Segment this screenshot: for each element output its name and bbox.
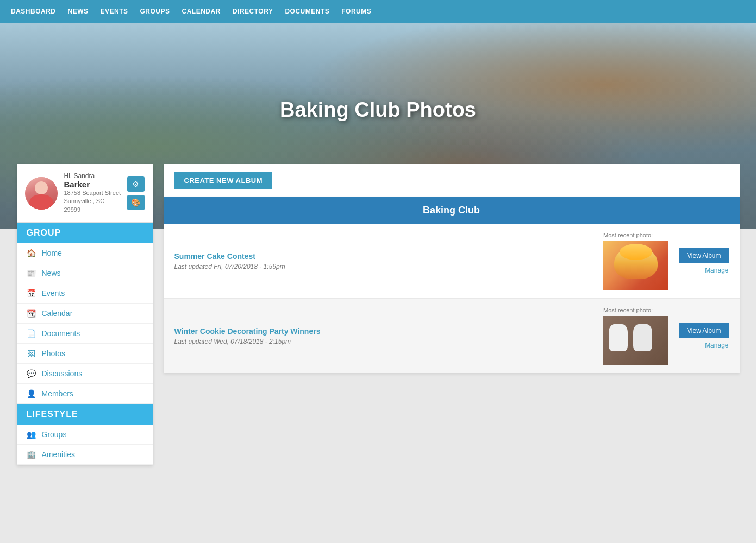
- sidebar-item-discussions[interactable]: 💬 Discussions: [17, 364, 153, 384]
- nav-directory[interactable]: DIRECTORY: [233, 5, 273, 17]
- sidebar-item-label-photos: Photos: [42, 349, 66, 358]
- manage-link-2[interactable]: Manage: [705, 342, 728, 349]
- sidebar-item-home[interactable]: 🏠 Home: [17, 243, 153, 263]
- album-thumbnail-2[interactable]: [603, 316, 668, 365]
- album-info-1: Summer Cake Contest Last updated Fri, 07…: [174, 251, 604, 270]
- palette-icon-btn[interactable]: 🎨: [127, 195, 145, 210]
- album-photo-label-1: Most recent photo:: [603, 232, 653, 238]
- avatar: [25, 177, 58, 210]
- sidebar-item-label-discussions: Discussions: [42, 369, 83, 378]
- content-area: CREATE NEW ALBUM Baking Club Summer Cake…: [164, 164, 740, 465]
- lifestyle-section-header: LIFESTYLE: [17, 404, 153, 425]
- nav-forums[interactable]: FORUMS: [341, 5, 371, 17]
- sidebar-item-label-calendar: Calendar: [42, 309, 73, 318]
- sidebar-item-label-amenities: Amenities: [42, 450, 75, 459]
- sidebar-item-label-news: News: [42, 269, 61, 277]
- discussions-icon: 💬: [27, 369, 36, 378]
- top-navigation: DASHBOARD NEWS EVENTS GROUPS CALENDAR DI…: [0, 0, 756, 23]
- view-album-button-1[interactable]: View Album: [679, 248, 728, 263]
- hero-title: Baking Club Photos: [280, 98, 476, 122]
- sidebar-item-events[interactable]: 📅 Events: [17, 283, 153, 304]
- albums-section-header: Baking Club: [164, 197, 740, 224]
- home-icon: 🏠: [27, 249, 36, 257]
- nav-events[interactable]: EVENTS: [101, 5, 128, 17]
- album-photo-label-2: Most recent photo:: [603, 307, 653, 313]
- nav-dashboard[interactable]: DASHBOARD: [11, 5, 56, 17]
- sidebar-item-label-events: Events: [42, 289, 65, 298]
- sidebar-item-members[interactable]: 👤 Members: [17, 384, 153, 404]
- sidebar-item-photos[interactable]: 🖼 Photos: [17, 344, 153, 364]
- user-info: Hi, Sandra Barker 18758 Seaport Street S…: [64, 172, 123, 214]
- avatar-image: [25, 177, 58, 210]
- user-card: Hi, Sandra Barker 18758 Seaport Street S…: [17, 164, 153, 223]
- nav-documents[interactable]: DOCUMENTS: [285, 5, 329, 17]
- album-updated-1: Last updated Fri, 07/20/2018 - 1:56pm: [174, 263, 604, 270]
- user-greeting: Hi, Sandra: [64, 172, 123, 180]
- documents-icon: 📄: [27, 329, 36, 338]
- create-album-bar: CREATE NEW ALBUM: [164, 164, 740, 197]
- amenities-icon: 🏢: [27, 450, 36, 459]
- settings-icon-btn[interactable]: ⚙: [127, 176, 145, 192]
- album-info-2: Winter Cookie Decorating Party Winners L…: [174, 326, 604, 345]
- user-action-icons: ⚙ 🎨: [127, 176, 145, 210]
- groups-icon: 👥: [27, 430, 36, 439]
- album-actions-1: View Album Manage: [679, 248, 728, 274]
- sidebar-item-groups[interactable]: 👥 Groups: [17, 425, 153, 445]
- album-row: Summer Cake Contest Last updated Fri, 07…: [164, 224, 740, 299]
- album-title-1[interactable]: Summer Cake Contest: [174, 252, 255, 261]
- manage-link-1[interactable]: Manage: [705, 267, 728, 274]
- nav-calendar[interactable]: CALENDAR: [182, 5, 221, 17]
- user-name: Barker: [64, 180, 123, 189]
- events-icon: 📅: [27, 289, 36, 298]
- sidebar-item-label-groups: Groups: [42, 430, 67, 439]
- main-container: Hi, Sandra Barker 18758 Seaport Street S…: [9, 164, 748, 465]
- nav-news[interactable]: NEWS: [68, 5, 89, 17]
- sidebar-item-label-home: Home: [42, 249, 62, 257]
- sidebar-item-calendar[interactable]: 📆 Calendar: [17, 304, 153, 324]
- user-address: 18758 Seaport Street Sunnyville , SC 299…: [64, 189, 123, 214]
- sidebar-item-news[interactable]: 📰 News: [17, 263, 153, 283]
- news-icon: 📰: [27, 269, 36, 277]
- photos-icon: 🖼: [27, 349, 36, 358]
- album-thumbnail-1[interactable]: [603, 241, 668, 290]
- album-updated-2: Last updated Wed, 07/18/2018 - 2:15pm: [174, 338, 604, 345]
- sidebar-item-amenities[interactable]: 🏢 Amenities: [17, 445, 153, 465]
- albums-container: Baking Club Summer Cake Contest Last upd…: [164, 197, 740, 373]
- album-actions-2: View Album Manage: [679, 323, 728, 349]
- create-album-button[interactable]: CREATE NEW ALBUM: [174, 172, 273, 189]
- nav-groups[interactable]: GROUPS: [140, 5, 170, 17]
- members-icon: 👤: [27, 389, 36, 398]
- sidebar-item-label-members: Members: [42, 389, 73, 398]
- view-album-button-2[interactable]: View Album: [679, 323, 728, 338]
- album-title-2[interactable]: Winter Cookie Decorating Party Winners: [174, 327, 321, 336]
- calendar-icon: 📆: [27, 309, 36, 318]
- sidebar: Hi, Sandra Barker 18758 Seaport Street S…: [17, 164, 153, 465]
- sidebar-item-documents[interactable]: 📄 Documents: [17, 324, 153, 344]
- album-photo-section-1: Most recent photo:: [603, 232, 668, 290]
- album-row-2: Winter Cookie Decorating Party Winners L…: [164, 299, 740, 373]
- album-photo-section-2: Most recent photo:: [603, 307, 668, 365]
- group-section-header: GROUP: [17, 223, 153, 243]
- sidebar-item-label-documents: Documents: [42, 329, 80, 338]
